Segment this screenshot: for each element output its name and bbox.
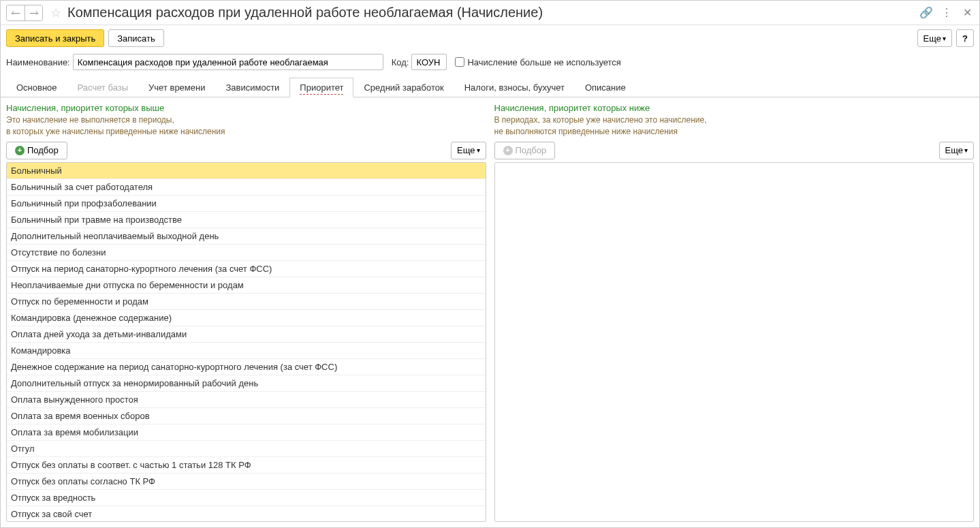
list-item[interactable]: Больничный при травме на производстве — [7, 212, 486, 228]
list-item[interactable]: Отпуск за свой счет — [7, 506, 486, 521]
left-panel-title: Начисления, приоритет которых выше — [6, 103, 486, 113]
favorite-star-icon[interactable]: ☆ — [48, 5, 63, 20]
tab-0[interactable]: Основное — [6, 78, 67, 97]
list-item[interactable]: Оплата за время мобилизации — [7, 424, 486, 441]
tab-content-priority: Начисления, приоритет которых выше Это н… — [1, 97, 979, 527]
left-add-button[interactable]: + Подбор — [6, 142, 67, 159]
list-item[interactable]: Оплата дней ухода за детьми-инвалидами — [7, 326, 486, 343]
help-button[interactable]: ? — [956, 29, 974, 47]
tabs: ОсновноеРасчет базыУчет времениЗависимос… — [1, 77, 979, 97]
name-label: Наименование: — [6, 57, 70, 67]
tab-7[interactable]: Описание — [575, 78, 636, 97]
tab-1[interactable]: Расчет базы — [67, 78, 139, 97]
left-list-wrap: БольничныйБольничный за счет работодател… — [6, 162, 486, 522]
right-panel-desc: В периодах, за которые уже начислено это… — [494, 114, 975, 138]
left-panel-desc: Это начисление не выполняется в периоды,… — [6, 114, 486, 138]
list-item[interactable]: Больничный за счет работодателя — [7, 179, 486, 196]
tab-2[interactable]: Учет времени — [138, 78, 215, 97]
more-button[interactable]: Еще — [917, 29, 952, 47]
nav-buttons: 🡐 🡒 — [6, 5, 43, 21]
save-button[interactable]: Записать — [108, 29, 164, 47]
plus-icon: + — [503, 146, 513, 155]
left-panel: Начисления, приоритет которых выше Это н… — [6, 103, 486, 522]
right-list-wrap — [494, 162, 975, 522]
not-used-checkbox-wrap[interactable]: Начисление больше не используется — [455, 57, 620, 67]
save-close-button[interactable]: Записать и закрыть — [6, 29, 104, 47]
right-list[interactable] — [495, 163, 974, 521]
titlebar: 🡐 🡒 ☆ Компенсация расходов при удаленной… — [1, 1, 979, 25]
tab-6[interactable]: Налоги, взносы, бухучет — [454, 78, 575, 97]
list-item[interactable]: Отпуск на период санаторно-курортного ле… — [7, 261, 486, 277]
close-icon[interactable]: ✕ — [960, 6, 974, 20]
page-title: Компенсация расходов при удаленной работ… — [67, 5, 919, 20]
list-item[interactable]: Оплата за время военных сборов — [7, 408, 486, 424]
name-input[interactable] — [73, 54, 383, 70]
list-item[interactable]: Неоплачиваемые дни отпуска по беременнос… — [7, 277, 486, 294]
list-item[interactable]: Отпуск без оплаты согласно ТК РФ — [7, 473, 486, 490]
forward-button[interactable]: 🡒 — [25, 5, 42, 20]
list-item[interactable]: Отпуск за вредность — [7, 490, 486, 506]
list-item[interactable]: Командировка (денежное содержание) — [7, 310, 486, 326]
code-input[interactable] — [411, 54, 447, 70]
right-more-button[interactable]: Еще — [939, 142, 974, 159]
more-vertical-icon[interactable]: ⋮ — [940, 6, 953, 20]
right-panel-toolbar: + Подбор Еще — [494, 142, 975, 159]
form-row: Наименование: Код: Начисление больше не … — [1, 51, 979, 73]
right-panel: Начисления, приоритет которых ниже В пер… — [494, 103, 975, 522]
left-panel-toolbar: + Подбор Еще — [6, 142, 486, 159]
list-item[interactable]: Отсутствие по болезни — [7, 245, 486, 261]
not-used-checkbox[interactable] — [455, 57, 464, 67]
list-item[interactable]: Дополнительный отпуск за ненормированный… — [7, 375, 486, 392]
list-item[interactable]: Командировка — [7, 343, 486, 359]
list-item[interactable]: Денежное содержание на период санаторно-… — [7, 359, 486, 375]
tab-3[interactable]: Зависимости — [215, 78, 289, 97]
list-item[interactable]: Оплата вынужденного простоя — [7, 392, 486, 408]
list-item[interactable]: Отпуск без оплаты в соответ. с частью 1 … — [7, 457, 486, 473]
plus-icon: + — [15, 146, 25, 155]
right-panel-title: Начисления, приоритет которых ниже — [494, 103, 975, 113]
link-icon[interactable]: 🔗 — [919, 6, 933, 20]
tab-5[interactable]: Средний заработок — [353, 78, 454, 97]
left-list[interactable]: БольничныйБольничный за счет работодател… — [7, 163, 486, 521]
back-button[interactable]: 🡐 — [7, 5, 25, 20]
titlebar-actions: 🔗 ⋮ ✕ — [919, 6, 974, 20]
tab-4[interactable]: Приоритет — [289, 78, 353, 97]
right-add-button[interactable]: + Подбор — [494, 142, 556, 159]
not-used-label: Начисление больше не используется — [467, 57, 620, 67]
list-item[interactable]: Больничный — [7, 163, 486, 179]
code-label: Код: — [392, 57, 409, 67]
left-more-button[interactable]: Еще — [451, 142, 486, 159]
list-item[interactable]: Отгул — [7, 441, 486, 457]
list-item[interactable]: Дополнительный неоплачиваемый выходной д… — [7, 228, 486, 245]
main-toolbar: Записать и закрыть Записать Еще ? — [1, 25, 979, 51]
list-item[interactable]: Больничный при профзаболевании — [7, 196, 486, 212]
list-item[interactable]: Отпуск по беременности и родам — [7, 294, 486, 310]
main-window: 🡐 🡒 ☆ Компенсация расходов при удаленной… — [0, 0, 980, 528]
